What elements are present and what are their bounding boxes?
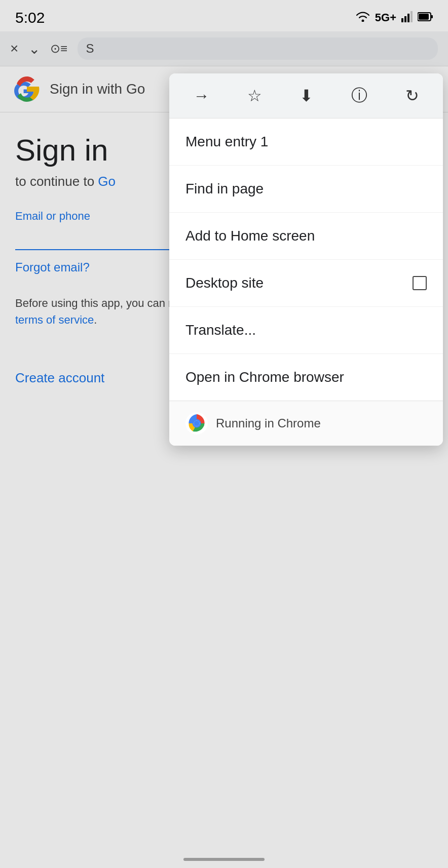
refresh-icon: ↻	[405, 86, 419, 105]
dropdown-toolbar: → ☆ ⬇ ⓘ ↻	[169, 73, 443, 119]
svg-rect-3	[407, 14, 409, 22]
forward-icon: →	[193, 87, 209, 105]
email-label: Email or phone	[15, 210, 90, 223]
menu-item-label: Translate...	[185, 322, 256, 338]
bookmark-button[interactable]: ☆	[242, 84, 267, 107]
bookmark-icon: ☆	[247, 86, 262, 105]
filter-button[interactable]: ⊙≡	[50, 42, 67, 56]
svg-rect-1	[401, 18, 403, 22]
running-in-chrome-text: Running in Chrome	[216, 416, 321, 430]
svg-rect-6	[431, 15, 433, 18]
menu-item-label: Find in page	[185, 181, 264, 197]
menu-item-label: Menu entry 1	[185, 134, 268, 150]
info-icon: ⓘ	[351, 85, 367, 107]
menu-item-entry1[interactable]: Menu entry 1	[169, 119, 443, 166]
refresh-button[interactable]: ↻	[400, 84, 424, 107]
browser-address[interactable]: S	[78, 37, 438, 60]
menu-item-desktop[interactable]: Desktop site	[169, 260, 443, 307]
menu-item-home-screen[interactable]: Add to Home screen	[169, 213, 443, 260]
status-time: 5:02	[15, 9, 45, 26]
signal-icon	[401, 11, 413, 24]
wifi-icon	[356, 11, 370, 25]
battery-icon	[418, 11, 433, 24]
dropdown-items: Menu entry 1 Find in page Add to Home sc…	[169, 119, 443, 401]
svg-point-0	[361, 20, 364, 22]
home-indicator	[183, 858, 265, 861]
running-in-chrome-footer: Running in Chrome	[169, 401, 443, 446]
browser-bar: × ⌄ ⊙≡ S	[0, 31, 448, 66]
status-bar: 5:02 5G+	[0, 0, 448, 31]
menu-item-label: Open in Chrome browser	[185, 369, 344, 385]
5g-icon: 5G+	[375, 11, 396, 24]
menu-item-label: Desktop site	[185, 275, 264, 291]
dropdown-menu: → ☆ ⬇ ⓘ ↻ Menu entry 1 Find in page Add …	[169, 73, 443, 446]
dropdown-button[interactable]: ⌄	[28, 41, 40, 57]
svg-point-13	[194, 421, 200, 426]
menu-item-find[interactable]: Find in page	[169, 166, 443, 213]
menu-item-translate[interactable]: Translate...	[169, 307, 443, 354]
terms-link[interactable]: terms of service	[15, 313, 94, 326]
menu-item-label: Add to Home screen	[185, 228, 315, 244]
svg-rect-4	[410, 11, 413, 22]
chrome-logo-icon	[185, 412, 208, 435]
close-button[interactable]: ×	[10, 41, 18, 57]
download-icon: ⬇	[300, 86, 313, 105]
download-button[interactable]: ⬇	[294, 84, 318, 107]
svg-rect-2	[404, 16, 406, 22]
info-button[interactable]: ⓘ	[346, 83, 372, 109]
forward-button[interactable]: →	[188, 85, 214, 107]
menu-item-open-chrome[interactable]: Open in Chrome browser	[169, 354, 443, 401]
svg-rect-7	[419, 14, 429, 20]
subtitle-link[interactable]: Go	[98, 174, 116, 189]
page-header-title: Sign in with Go	[50, 81, 145, 97]
desktop-site-checkbox[interactable]	[413, 276, 427, 290]
status-icons: 5G+	[356, 11, 433, 25]
google-logo-icon	[14, 76, 40, 102]
create-account-button[interactable]: Create account	[15, 370, 104, 386]
